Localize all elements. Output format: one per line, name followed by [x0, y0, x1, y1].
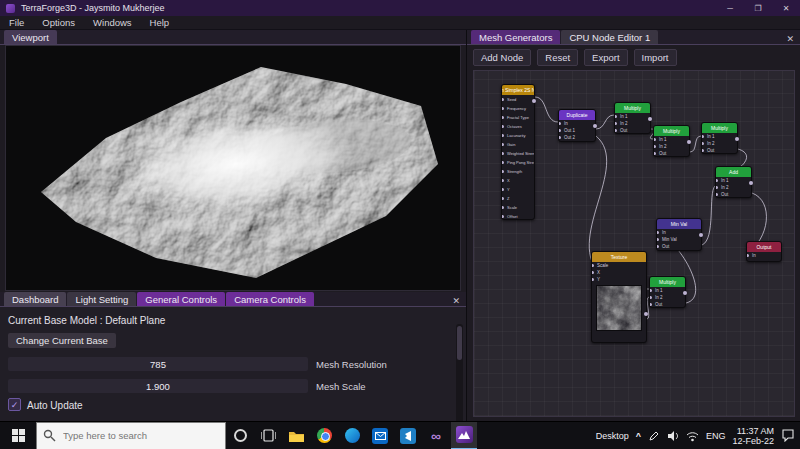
output-pin[interactable]: [532, 99, 536, 103]
input-pin[interactable]: [502, 125, 504, 128]
input-pin[interactable]: [654, 145, 656, 148]
node-duplicate[interactable]: Duplicate InOut 1Out 2: [558, 109, 596, 142]
menu-options[interactable]: Options: [33, 16, 84, 29]
vscode-button[interactable]: [394, 422, 422, 449]
import-button[interactable]: Import: [634, 49, 677, 66]
input-pin[interactable]: [502, 197, 504, 200]
reset-button[interactable]: Reset: [537, 49, 578, 66]
chevron-up-icon[interactable]: ^: [636, 431, 641, 441]
node-graph-canvas[interactable]: Open Simplex 2S Noise SeedFrequencyFract…: [473, 70, 795, 417]
node-texture[interactable]: Texture ScaleXY: [591, 251, 647, 343]
input-pin[interactable]: [615, 122, 617, 125]
scrollbar-thumb[interactable]: [457, 326, 462, 360]
menu-windows[interactable]: Windows: [84, 16, 141, 29]
input-pin[interactable]: [650, 289, 652, 292]
language-indicator[interactable]: ENG: [706, 431, 726, 441]
output-pin[interactable]: [648, 117, 652, 121]
maximize-button[interactable]: ❐: [744, 0, 772, 16]
edge-button[interactable]: [338, 422, 366, 449]
input-pin[interactable]: [502, 134, 504, 137]
node-add[interactable]: Add In 1In 2Out: [715, 166, 752, 198]
input-pin[interactable]: [592, 264, 594, 267]
tab-dashboard[interactable]: Dashboard: [4, 292, 66, 306]
volume-icon[interactable]: [667, 430, 679, 442]
input-pin[interactable]: [747, 254, 749, 257]
input-pin[interactable]: [650, 296, 652, 299]
input-pin[interactable]: [502, 188, 504, 191]
input-pin[interactable]: [502, 161, 504, 164]
tab-cpu-node-editor[interactable]: CPU Node Editor 1: [561, 30, 658, 44]
input-pin[interactable]: [559, 122, 561, 125]
input-pin[interactable]: [657, 231, 659, 234]
node-multiply-2[interactable]: Multiply In 1In 2Out: [653, 125, 690, 157]
input-pin[interactable]: [592, 278, 594, 281]
input-pin[interactable]: [650, 303, 652, 306]
export-button[interactable]: Export: [584, 49, 627, 66]
output-pin[interactable]: [683, 291, 687, 295]
input-pin[interactable]: [502, 215, 504, 218]
tab-light-setting[interactable]: Light Setting: [67, 292, 136, 306]
start-button[interactable]: [0, 422, 36, 449]
search-input[interactable]: [36, 422, 226, 449]
close-button[interactable]: ✕: [772, 0, 800, 16]
node-output[interactable]: Output In: [746, 241, 782, 262]
tab-viewport[interactable]: Viewport: [4, 30, 57, 44]
input-pin[interactable]: [502, 143, 504, 146]
output-pin[interactable]: [699, 233, 703, 237]
action-center-icon[interactable]: [781, 429, 795, 442]
menu-help[interactable]: Help: [141, 16, 179, 29]
node-multiply-4[interactable]: Multiply In 1In 2Out: [649, 276, 686, 308]
input-pin[interactable]: [559, 136, 561, 139]
auto-update-checkbox[interactable]: ✓: [8, 398, 21, 411]
output-pin[interactable]: [687, 140, 691, 144]
node-min-val[interactable]: Min Val InMin ValOut: [656, 218, 702, 251]
node-open-simplex-noise[interactable]: Open Simplex 2S Noise SeedFrequencyFract…: [501, 84, 535, 220]
input-pin[interactable]: [559, 129, 561, 132]
change-current-base-button[interactable]: Change Current Base: [8, 333, 116, 348]
mail-button[interactable]: [366, 422, 394, 449]
desktop-toolbar-label[interactable]: Desktop: [596, 431, 629, 441]
taskbar-clock[interactable]: 11:37 AM 12-Feb-22: [732, 426, 774, 446]
dashboard-scrollbar[interactable]: [456, 324, 463, 421]
input-pin[interactable]: [615, 115, 617, 118]
input-pin[interactable]: [716, 193, 718, 196]
output-pin[interactable]: [735, 137, 739, 141]
input-pin[interactable]: [502, 107, 504, 110]
output-pin[interactable]: [749, 181, 753, 185]
input-pin[interactable]: [502, 98, 504, 101]
chrome-button[interactable]: [310, 422, 338, 449]
input-pin[interactable]: [657, 238, 659, 241]
title-bar[interactable]: TerraForge3D - Jaysmito Mukherjee ─ ❐ ✕: [0, 0, 800, 16]
file-explorer-button[interactable]: [282, 422, 310, 449]
taskbar-search[interactable]: [36, 422, 226, 449]
input-pin[interactable]: [716, 179, 718, 182]
output-pin[interactable]: [593, 124, 597, 128]
input-pin[interactable]: [502, 170, 504, 173]
visual-studio-button[interactable]: ∞: [422, 422, 450, 449]
network-icon[interactable]: [686, 430, 699, 442]
tab-general-controls[interactable]: General Controls: [137, 292, 225, 306]
task-view-button[interactable]: [254, 422, 282, 449]
input-pin[interactable]: [592, 271, 594, 274]
minimize-button[interactable]: ─: [716, 0, 744, 16]
mesh-scale-input[interactable]: 1.900: [8, 379, 308, 393]
node-multiply-3[interactable]: Multiply In 1In 2Out: [701, 122, 738, 154]
input-pin[interactable]: [702, 142, 704, 145]
input-pin[interactable]: [615, 129, 617, 132]
menu-file[interactable]: File: [0, 16, 33, 29]
input-pin[interactable]: [702, 135, 704, 138]
input-pin[interactable]: [502, 179, 504, 182]
input-pin[interactable]: [657, 245, 659, 248]
terraforge-taskbar-button[interactable]: [450, 422, 478, 449]
input-pin[interactable]: [502, 206, 504, 209]
input-pin[interactable]: [502, 152, 504, 155]
node-multiply-1[interactable]: Multiply In 1In 2Out: [614, 102, 651, 134]
tab-mesh-generators[interactable]: Mesh Generators: [471, 30, 560, 44]
input-pin[interactable]: [716, 186, 718, 189]
output-pin[interactable]: [644, 312, 648, 316]
dashboard-close-icon[interactable]: ✕: [452, 296, 460, 306]
input-pin[interactable]: [654, 152, 656, 155]
add-node-button[interactable]: Add Node: [473, 49, 531, 66]
input-pin[interactable]: [702, 149, 704, 152]
mesh-resolution-input[interactable]: 785: [8, 357, 308, 371]
